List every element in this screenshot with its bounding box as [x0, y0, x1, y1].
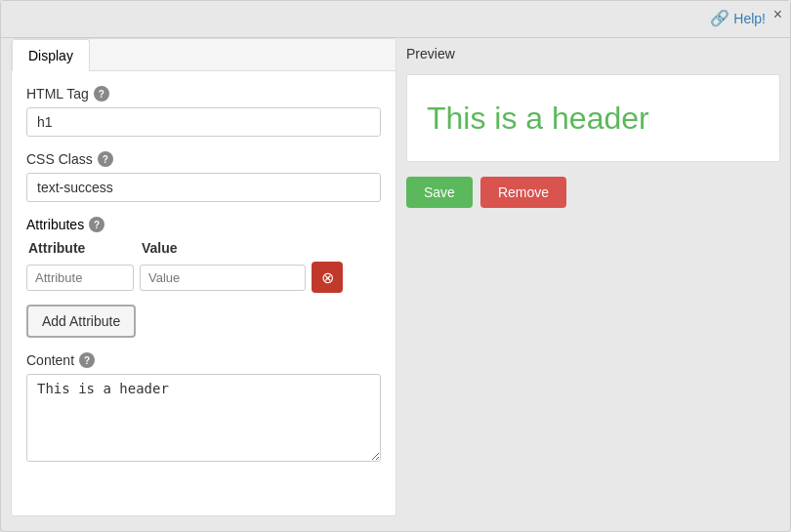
css-class-help-icon[interactable]: ? — [98, 151, 113, 167]
help-external-icon: 🔗 — [710, 9, 729, 27]
value-input[interactable] — [140, 265, 306, 291]
html-tag-help-icon[interactable]: ? — [94, 86, 109, 102]
left-panel: Display HTML Tag ? CSS Class ? — [11, 38, 396, 516]
preview-heading: This is a header — [427, 101, 649, 137]
tab-bar: Display — [12, 39, 396, 71]
html-tag-input[interactable] — [26, 107, 381, 137]
css-class-group: CSS Class ? — [26, 151, 381, 202]
close-icon: × — [773, 6, 782, 22]
close-button[interactable]: × — [773, 6, 782, 23]
add-attribute-button[interactable]: Add Attribute — [26, 305, 136, 338]
css-class-label: CSS Class ? — [26, 151, 381, 167]
attribute-row: ⊗ — [26, 262, 381, 293]
attributes-section: Attributes ? Attribute Value ⊗ — [26, 217, 381, 338]
preview-label: Preview — [406, 38, 780, 66]
preview-box: This is a header — [406, 74, 780, 162]
attribute-input[interactable] — [26, 265, 134, 291]
tab-display[interactable]: Display — [12, 39, 90, 71]
action-buttons: Save Remove — [406, 177, 780, 208]
attributes-header: Attributes ? — [26, 217, 381, 232]
delete-attribute-button[interactable]: ⊗ — [312, 262, 343, 293]
content-group: Content ? — [26, 352, 381, 465]
content-textarea[interactable] — [26, 374, 381, 462]
remove-button[interactable]: Remove — [480, 177, 566, 208]
right-panel: Preview This is a header Save Remove — [396, 38, 790, 531]
help-label: Help! — [733, 11, 766, 26]
content-label: Content ? — [26, 352, 381, 368]
form-content: HTML Tag ? CSS Class ? Attribu — [12, 71, 396, 494]
content-help-icon[interactable]: ? — [79, 352, 95, 368]
html-tag-label: HTML Tag ? — [26, 86, 381, 102]
top-bar: 🔗 Help! × — [1, 1, 790, 38]
save-button[interactable]: Save — [406, 177, 473, 208]
attr-columns: Attribute Value — [26, 240, 381, 256]
css-class-input[interactable] — [26, 173, 381, 202]
delete-icon: ⊗ — [321, 268, 334, 287]
help-link[interactable]: 🔗 Help! — [710, 9, 766, 27]
attributes-help-icon[interactable]: ? — [89, 217, 104, 232]
html-tag-group: HTML Tag ? — [26, 86, 381, 137]
